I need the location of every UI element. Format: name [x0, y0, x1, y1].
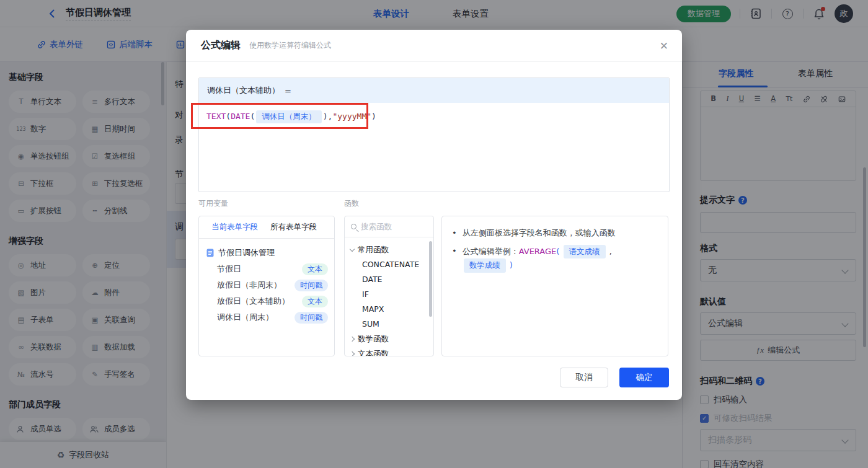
example-comma: , [609, 247, 612, 256]
variable-name: 调休日（周末） [217, 312, 273, 323]
functions-scrollbar[interactable] [429, 241, 432, 317]
example-paren: ( [556, 247, 559, 256]
functions-panel: 常用函数 CONCATENATE DATE IF MAPX SUM 数学函数 文… [344, 216, 434, 356]
function-search-input[interactable] [361, 222, 423, 231]
function-item[interactable]: CONCATENATE [345, 257, 433, 272]
function-group-label: 常用函数 [358, 245, 389, 255]
modal-header: 公式编辑 使用数学运算符编辑公式 [186, 30, 682, 62]
example-field-chip: 数学成绩 [464, 258, 506, 273]
function-group-math[interactable]: 数学函数 [345, 332, 433, 347]
variables-label: 可用变量 [198, 198, 228, 209]
function-group-label: 文本函数 [358, 349, 389, 357]
variable-row[interactable]: 放假日（文本辅助） 文本 [206, 293, 334, 309]
function-group-label: 数学函数 [358, 334, 389, 345]
function-group-common[interactable]: 常用函数 [345, 242, 433, 257]
chevron-right-icon [350, 337, 355, 342]
function-group-text[interactable]: 文本函数 [345, 347, 433, 356]
variable-name: 节假日 [217, 263, 241, 275]
tip-example-prefix: 公式编辑举例： [463, 247, 519, 256]
example-field-chip: 语文成绩 [564, 245, 606, 259]
modal-title: 公式编辑 [201, 39, 241, 52]
formula-editor-area: 调休日（文本辅助） = TEXT(DATE(调休日（周末）),"yyyyMM") [198, 77, 670, 192]
variable-type-badge: 文本 [302, 296, 328, 307]
formula-paren: ( [250, 112, 255, 121]
variable-type-badge: 时间戳 [294, 312, 328, 324]
confirm-button[interactable]: 确定 [619, 368, 669, 387]
variables-tree: 节假日调休管理 节假日 文本 放假日（非周末） 时间戳 放假日（文本辅助） 文本… [199, 239, 334, 325]
tip-line: • 从左侧面板选择字段名和函数，或输入函数 [452, 227, 658, 239]
variables-tabs: 当前表单字段 所有表单字段 [199, 216, 334, 239]
function-item[interactable]: MAPX [345, 302, 433, 317]
function-search[interactable] [345, 216, 433, 237]
variable-row[interactable]: 放假日（非周末） 时间戳 [206, 277, 334, 293]
example-paren: ) [510, 260, 513, 270]
tree-root-label: 节假日调休管理 [218, 247, 275, 258]
formula-paren: ), [323, 112, 333, 121]
bullet: • [452, 245, 457, 273]
variable-name: 放假日（文本辅助） [217, 296, 290, 307]
function-list: 常用函数 CONCATENATE DATE IF MAPX SUM 数学函数 文… [345, 237, 433, 356]
variable-type-badge: 时间戳 [294, 280, 328, 291]
formula-keyword-date: DATE [231, 112, 250, 121]
equals-sign: = [285, 86, 291, 95]
formula-input[interactable]: TEXT(DATE(调休日（周末）),"yyyyMM") [199, 103, 669, 131]
variables-panel: 当前表单字段 所有表单字段 节假日调休管理 节假日 文本 放假日（非周末） 时间… [198, 216, 335, 356]
tip-example-line: • 公式编辑举例：AVERAGE( 语文成绩 , 数学成绩 ) [452, 245, 658, 273]
chevron-down-icon [350, 246, 355, 251]
tips-panel: • 从左侧面板选择字段名和函数，或输入函数 • 公式编辑举例：AVERAGE( … [441, 216, 668, 356]
formula-target-field: 调休日（文本辅助） [207, 85, 280, 96]
tab-current-form-fields[interactable]: 当前表单字段 [211, 222, 258, 232]
formula-keyword-text: TEXT [206, 112, 226, 121]
form-doc-icon [206, 249, 214, 257]
variable-row[interactable]: 调休日（周末） 时间戳 [206, 309, 334, 325]
tip-example: 公式编辑举例：AVERAGE( 语文成绩 , 数学成绩 ) [463, 245, 658, 273]
cancel-button[interactable]: 取消 [560, 368, 608, 387]
variable-type-badge: 文本 [302, 263, 328, 275]
formula-paren: ) [371, 112, 376, 121]
function-item[interactable]: SUM [345, 317, 433, 332]
example-function: AVERAGE [519, 247, 557, 256]
variable-name: 放假日（非周末） [217, 280, 281, 291]
tip-text: 从左侧面板选择字段名和函数，或输入函数 [463, 227, 616, 239]
formula-string: "yyyyMM" [332, 112, 371, 121]
functions-label: 函数 [344, 198, 359, 209]
function-item[interactable]: IF [345, 287, 433, 302]
close-icon[interactable]: ✕ [660, 40, 668, 52]
field-chip[interactable]: 调休日（周末） [256, 110, 322, 123]
search-icon [351, 224, 356, 229]
chevron-right-icon [350, 351, 355, 356]
tab-all-form-fields[interactable]: 所有表单字段 [270, 222, 317, 232]
formula-editor-modal: 公式编辑 使用数学运算符编辑公式 ✕ 调休日（文本辅助） = TEXT(DATE… [186, 30, 682, 400]
variable-row[interactable]: 节假日 文本 [206, 261, 334, 277]
bullet: • [452, 227, 457, 239]
formula-paren: ( [226, 112, 231, 121]
tree-root-form[interactable]: 节假日调休管理 [206, 245, 334, 261]
function-item[interactable]: DATE [345, 272, 433, 287]
formula-target-bar: 调休日（文本辅助） = [199, 78, 669, 103]
modal-subtitle: 使用数学运算符编辑公式 [249, 40, 331, 51]
